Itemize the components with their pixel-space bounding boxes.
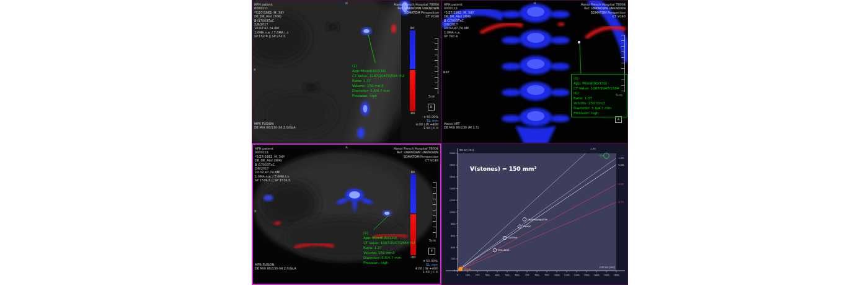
series-info-block: MPR FUSIONDE MIX 80/130-34 2.0/GLA (255, 263, 296, 271)
x-tick-label: 100 (466, 274, 471, 276)
text-line: App: Mixed(80/130) (352, 68, 404, 73)
x-tick-label: 1200 (574, 274, 580, 276)
dual-energy-colorbar[interactable]: 80 -80 (408, 27, 417, 115)
text-line: CT Value: 1087/2047/1584 HU (363, 240, 415, 245)
patient-info-block: HFH patient0000111*5/27/1982, M, 34YDE_D… (444, 2, 474, 38)
text-line: CT VC40 (581, 14, 626, 18)
text-line: CT VC40 (394, 14, 439, 18)
x-tick-label: 400 (495, 274, 500, 276)
stone-overlay-core (384, 212, 389, 215)
colorbar-max-label: 80 (408, 27, 417, 30)
x-tick-label: 1000 (554, 274, 560, 276)
text-line: SP L52 R || SP L52.5 (254, 34, 288, 38)
text-line: Ratio: 1.37 (363, 245, 415, 250)
text-line: DE_DE_Abd (306) (444, 14, 474, 18)
x-tick-label: 1500 (603, 274, 609, 276)
window-center-values[interactable]: 4.00 | W +4001.50 | C 0 (415, 266, 438, 274)
orientation-marker-top: H (534, 1, 536, 5)
text-line: Ref: UNKNOWN UNKNOWN (394, 150, 438, 154)
orientation-marker-left: R (254, 209, 256, 213)
viewport-vrt[interactable]: HFH patient0000111*5/27/1982, M, 34YDE_D… (441, 0, 628, 143)
x-tick-label: 1100 (564, 274, 570, 276)
text-line: Volume: 150 mm3 (352, 83, 404, 88)
text-line: SP 1576.5 || SP 1576.5 (255, 178, 290, 182)
urine-point (458, 267, 463, 271)
desktop: { "viewer": { "stone_annotation": { "lin… (0, 0, 868, 285)
y-tick-label: 1400 (450, 188, 456, 190)
stone-type-label: Uric Acid (498, 248, 509, 251)
x-tick-label: 300 (485, 274, 490, 276)
orientation-marker-left: A (254, 68, 255, 71)
text-line: (1) (574, 76, 625, 81)
text-line: Ratio: 1.37 (574, 96, 625, 101)
uric-overlay-red (391, 24, 396, 33)
x-tick-label: 800 (535, 274, 540, 276)
colorbar-min-label: -80 (408, 112, 417, 115)
text-line: Volume: 150 mm3 (574, 101, 625, 106)
text-line: App: Mixed(80/130) (363, 235, 415, 240)
text-line: Diameter: 5.8/4.7 mm (352, 88, 404, 93)
text-line: (1) (352, 63, 404, 68)
stone-overlay-core (364, 29, 370, 33)
scale-label: 5cm (428, 94, 435, 98)
x-tick-label: 600 (515, 274, 520, 276)
scale-label: 5cm (429, 238, 436, 242)
ratio-label: 1.55 (590, 147, 596, 150)
colorbar-blue-segment (410, 30, 415, 69)
ratio-label: 0.73 (618, 201, 624, 204)
text-line: Diameter: 5.8/4.7 mm (574, 106, 625, 111)
viewer-grid: HFH patient0000111*5/27/1982, M, 34YDE_D… (252, 0, 628, 285)
x-axis-label: 130 kV [HU] (600, 266, 616, 269)
stone-annotation: (1)App: Mixed(80/130)CT Value: 1087/2047… (352, 63, 404, 98)
stone-annotation: (1)App: Mixed(80/130)CT Value: 1087/2047… (363, 230, 415, 265)
text-line: 1.50 | C 0 (415, 270, 438, 274)
ratio-label: 0.92 (618, 183, 624, 186)
viewport-mpr-axial-selected[interactable]: HFH patient0000111*5/27/1982, M, 34YDE_D… (252, 143, 441, 285)
text-line: CT VC40 (394, 158, 438, 162)
y-tick-label: 2000 (450, 152, 456, 155)
orientation-marker-top: A (345, 145, 347, 149)
chart-title: V(stones) = 150 mm³ (470, 166, 536, 172)
uric-overlay-red (274, 221, 281, 225)
y-tick-label: 1000 (450, 211, 456, 214)
text-line: Ref: UNKNOWN UNKNOWN (581, 6, 626, 10)
text-line: Precision: high (363, 260, 415, 265)
y-tick-label: 1600 (450, 176, 456, 178)
orientation-marker-top: H (345, 1, 348, 5)
stone-marker (578, 41, 580, 43)
vertebra-overlay-core (349, 191, 360, 199)
orientation-cube[interactable]: R (428, 104, 435, 111)
measured-stone-label: (1) (599, 154, 603, 157)
bowel-gas (327, 23, 339, 30)
hospital-info-block: Hanoi French Hospital 78004Ref: UNKNOWN … (581, 2, 626, 19)
text-line: App: Mixed(80/130) (574, 81, 625, 86)
text-line: Ratio: 1.37 (352, 78, 404, 83)
viewport-stone-chart[interactable]: 0100200300400500600700800900100011001200… (441, 143, 628, 285)
calcified-overlay-core (363, 105, 368, 112)
viewport-mpr-sagittal[interactable]: HFH patient0000111*5/27/1982, M, 34YDE_D… (252, 0, 441, 143)
y-tick-label: 600 (451, 235, 456, 237)
window-center-values[interactable]: 4.00 | W +4001.50 | C 0 (416, 122, 438, 130)
x-tick-label: 1300 (583, 274, 590, 276)
text-line: (1) (363, 230, 415, 235)
calcified-overlay-blue (357, 127, 365, 138)
y-axis-label: 80 kV [HU] (459, 148, 474, 152)
bowel-gas (262, 181, 317, 224)
text-line: Diameter: 5.8/4.7 mm (363, 255, 415, 260)
stone-type-label: Cystine (508, 236, 517, 239)
y-tick-label: 1200 (450, 199, 456, 202)
ref-label: REF (443, 70, 450, 74)
series-info-block: Hanoi VRTDE MIX 80/130 (M 1.5) (444, 122, 479, 130)
text-line: Ref: UNKNOWN UNKNOWN (394, 6, 439, 10)
y-tick-label: 400 (451, 247, 456, 249)
ratio-label: 1.13 (618, 163, 624, 166)
calcified-overlay-blue (264, 195, 273, 201)
orientation-cube[interactable]: F (428, 248, 435, 255)
x-tick-label: 900 (545, 274, 550, 276)
scale-ruler (435, 38, 438, 94)
stone-chart[interactable]: 0100200300400500600700800900100011001200… (442, 144, 628, 285)
bowel-gas (304, 83, 319, 92)
text-line: Precision: high (574, 111, 625, 115)
stone-annotation: (1)App: Mixed(80/130)CT Value: 1087/2047… (571, 74, 627, 117)
stone-type-label: Hydroxylapatite (528, 218, 547, 221)
